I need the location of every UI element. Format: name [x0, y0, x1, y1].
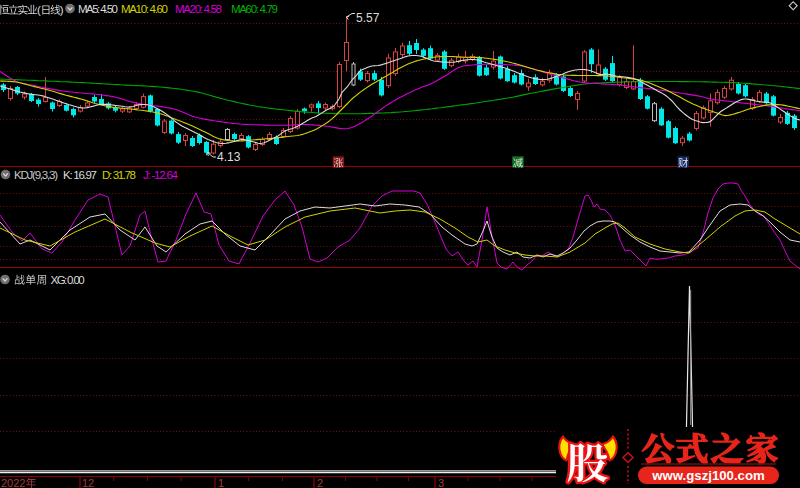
svg-text:J: -12.64: J: -12.64	[143, 169, 179, 181]
svg-text:5.57: 5.57	[356, 11, 380, 25]
svg-text:1: 1	[218, 477, 224, 488]
svg-text:www.gszj100.com: www.gszj100.com	[651, 468, 764, 483]
svg-text:XG: 0.00: XG: 0.00	[51, 274, 85, 286]
svg-text:D: 31.78: D: 31.78	[102, 169, 136, 181]
svg-text:K: 16.97: K: 16.97	[63, 169, 97, 181]
svg-text:MA20: 4.58: MA20: 4.58	[175, 3, 222, 15]
svg-text:(: (	[37, 4, 41, 16]
svg-text:12: 12	[82, 477, 94, 488]
svg-text:3: 3	[438, 477, 444, 488]
svg-text:MA60: 4.79: MA60: 4.79	[231, 3, 278, 15]
svg-text:MA10: 4.60: MA10: 4.60	[121, 3, 168, 15]
svg-text:): )	[60, 4, 64, 16]
svg-text:2022: 2022	[1, 477, 25, 488]
svg-text:2: 2	[317, 477, 323, 488]
svg-text:KDJ(9,3,3): KDJ(9,3,3)	[14, 169, 58, 181]
svg-text:4.13: 4.13	[217, 150, 241, 164]
svg-text:MA5: 4.50: MA5: 4.50	[78, 3, 118, 15]
